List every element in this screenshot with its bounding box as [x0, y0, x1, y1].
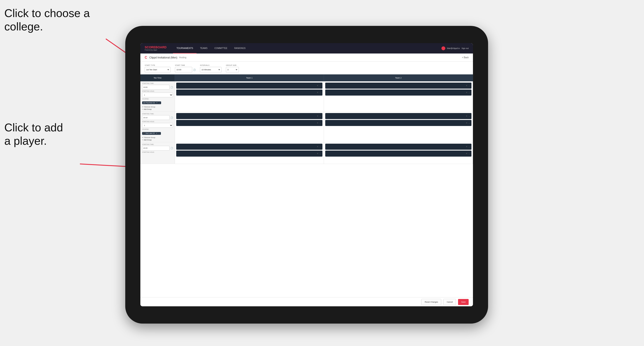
player-slot-3-2[interactable]: ✕ ⌄	[176, 120, 322, 126]
slot-expand-4-1[interactable]: ⌄	[468, 115, 470, 117]
start-time-group: Start Time 🕐	[175, 64, 196, 72]
form-row: Start Type 1st Tee Start Start Time 🕐 In…	[140, 62, 473, 74]
player-slot-5-2[interactable]: ✕ ⌄	[176, 151, 322, 157]
start-time-label: Start Time	[175, 64, 196, 66]
start-type-select[interactable]: 1st Tee Start	[145, 67, 170, 72]
main-grid: Tee Time Team 1 Team 2 STARTING TIME: 🕐 …	[140, 74, 473, 297]
group-size-select[interactable]: 3	[226, 67, 239, 72]
slot-expand-1-1[interactable]: ⌄	[320, 85, 321, 87]
slot-x-3-2[interactable]: ✕	[317, 122, 318, 124]
slot-x-6-1[interactable]: ✕	[466, 146, 468, 148]
annotation-top: Click to choose a college.	[4, 6, 90, 33]
course-label-1: COURSE:	[142, 98, 173, 100]
tee-time-cell-1: STARTING TIME: 🕐 STARTING HOLE: 1 COURSE…	[140, 81, 175, 112]
nav-user: blair@clippd.io Sign out	[442, 46, 469, 50]
slot-x-2-2[interactable]: ✕	[466, 91, 468, 94]
course-tag-1[interactable]: (A) Peachtree GC ✕ ⌄	[142, 101, 161, 104]
nav-tab-committee[interactable]: COMMITTEE	[211, 43, 231, 53]
slot-expand-5-1[interactable]: ⌄	[320, 146, 321, 148]
slot-expand-4-2[interactable]: ⌄	[468, 122, 470, 124]
team2-cell-3: ✕ ⌄ ✕ ⌄	[324, 142, 473, 164]
slot-expand-3-2[interactable]: ⌄	[320, 122, 321, 124]
app-logo: SCOREBOARD Powered by clippd	[145, 46, 166, 51]
team1-cell-1: ✕ ⌄ ✕ ⌄	[175, 81, 324, 112]
slot-x-2-1[interactable]: ✕	[466, 85, 468, 87]
tee-time-cell-2: STARTING TIME: 🕐 STARTING HOLE: 1 COURSE…	[140, 112, 175, 142]
slot-x-5-1[interactable]: ✕	[317, 146, 318, 148]
player-slot-4-1[interactable]: ✕ ⌄	[325, 113, 472, 119]
player-slot-1-2[interactable]: ✕ ⌄	[176, 90, 322, 96]
nav-tab-tournaments[interactable]: TOURNAMENTS	[173, 43, 196, 53]
col-team2: Team 2	[324, 74, 473, 81]
hosting-label: Hosting	[179, 56, 186, 59]
clock-icon-3: 🕐	[170, 147, 173, 149]
slot-expand-2-1[interactable]: ⌄	[468, 85, 470, 87]
starting-hole-select-1[interactable]: 1	[142, 93, 173, 97]
slot-x-4-2[interactable]: ✕	[466, 122, 468, 124]
table-row: STARTING TIME: 🕐 STARTING HOLE: ✕ ⌄	[140, 142, 473, 164]
slot-expand-6-1[interactable]: ⌄	[468, 146, 470, 148]
start-type-label: Start Type	[145, 64, 170, 66]
col-team1: Team 1	[175, 74, 324, 81]
nav-bar: SCOREBOARD Powered by clippd TOURNAMENTS…	[140, 43, 473, 53]
starting-time-input-3[interactable]	[142, 146, 170, 151]
start-type-group: Start Type 1st Tee Start	[145, 64, 170, 72]
player-slot-6-2[interactable]: ✕ ⌄	[325, 151, 472, 157]
course-tag-expand-1[interactable]: ⌄	[158, 102, 160, 104]
player-slot-3-1[interactable]: ✕ ⌄	[176, 113, 322, 119]
slot-x-4-1[interactable]: ✕	[466, 115, 468, 117]
slot-expand-2-2[interactable]: ⌄	[468, 91, 470, 94]
slot-x-1-2[interactable]: ✕	[317, 91, 318, 94]
slot-expand-1-2[interactable]: ⌄	[320, 91, 321, 94]
remove-group-2[interactable]: ↩ Remove Group	[142, 137, 173, 139]
remove-group-1[interactable]: ↩ Remove Group	[142, 106, 173, 108]
start-time-input[interactable]	[175, 67, 192, 72]
back-button[interactable]: < Back	[462, 56, 469, 59]
slot-x-3-1[interactable]: ✕	[317, 115, 318, 117]
course-tag-expand-2[interactable]: ⌄	[158, 133, 160, 134]
player-slot-2-1[interactable]: ✕ ⌄	[325, 83, 472, 89]
player-slot-4-2[interactable]: ✕ ⌄	[325, 120, 472, 126]
group-size-label: Group Size	[226, 64, 239, 66]
intervals-select[interactable]: 10 Minutes	[200, 67, 222, 72]
table-row: STARTING TIME: 🕐 STARTING HOLE: 1 COURSE…	[140, 112, 473, 142]
save-button[interactable]: Save	[458, 299, 469, 305]
tablet-screen: SCOREBOARD Powered by clippd TOURNAMENTS…	[140, 43, 473, 306]
slot-expand-3-1[interactable]: ⌄	[320, 115, 321, 117]
nav-tab-rankings[interactable]: RANKINGS	[231, 43, 249, 53]
nav-tab-teams[interactable]: TEAMS	[196, 43, 211, 53]
player-slot-5-1[interactable]: ✕ ⌄	[176, 144, 322, 150]
clock-icon-2: 🕐	[170, 117, 173, 119]
cancel-button[interactable]: Cancel	[443, 299, 456, 305]
table-row: STARTING TIME: 🕐 STARTING HOLE: 1 COURSE…	[140, 81, 473, 112]
slot-x-6-2[interactable]: ✕	[466, 153, 468, 155]
add-group-1[interactable]: + Add Group	[142, 108, 173, 110]
slot-expand-6-2[interactable]: ⌄	[468, 153, 470, 155]
starting-time-label-3: STARTING TIME:	[142, 144, 173, 145]
player-slot-1-1[interactable]: ✕ ⌄	[176, 83, 322, 89]
slot-expand-5-2[interactable]: ⌄	[320, 153, 321, 155]
course-tag-remove-2[interactable]: ✕	[156, 133, 158, 134]
user-avatar	[442, 46, 445, 50]
annotation-bottom: Click to add a player.	[4, 121, 63, 148]
slot-x-1-1[interactable]: ✕	[317, 85, 318, 87]
player-slot-2-2[interactable]: ✕ ⌄	[325, 90, 472, 96]
intervals-label: Intervals	[200, 64, 222, 66]
sub-header: C Clippd Invitational (Men) Hosting < Ba…	[140, 53, 473, 62]
starting-hole-label-2: STARTING HOLE:	[142, 121, 173, 122]
course-label-2: COURSE:	[142, 129, 173, 130]
starting-hole-select-2[interactable]: 1	[142, 123, 173, 128]
add-group-2[interactable]: + Add Group	[142, 139, 173, 141]
starting-time-input-1[interactable]	[142, 85, 170, 90]
starting-hole-label-3: STARTING HOLE:	[142, 152, 173, 153]
slot-x-5-2[interactable]: ✕	[317, 153, 318, 155]
app-footer: Reset Changes Cancel Save	[140, 297, 473, 306]
starting-time-input-2[interactable]	[142, 115, 170, 120]
group-size-group: Group Size 3	[226, 64, 239, 72]
player-slot-6-1[interactable]: ✕ ⌄	[325, 144, 472, 150]
reset-changes-button[interactable]: Reset Changes	[421, 299, 441, 305]
course-tag-2[interactable]: 🏌 East Lake GC ✕ ⌄	[142, 132, 161, 135]
course-tag-remove-1[interactable]: ✕	[156, 102, 158, 104]
sign-out-link[interactable]: Sign out	[462, 47, 469, 49]
starting-time-label-2: STARTING TIME:	[142, 113, 173, 115]
